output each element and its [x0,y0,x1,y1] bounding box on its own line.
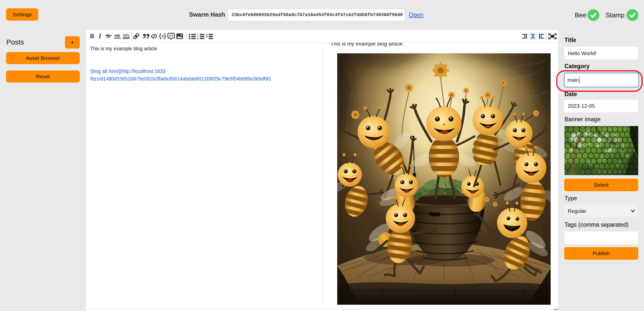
svg-text:3: 3 [197,37,199,40]
svg-text:HR: HR [115,33,120,38]
svg-text:B: B [90,32,94,40]
svg-text:I: I [98,32,101,40]
svg-text:TITL: TITL [123,33,130,37]
